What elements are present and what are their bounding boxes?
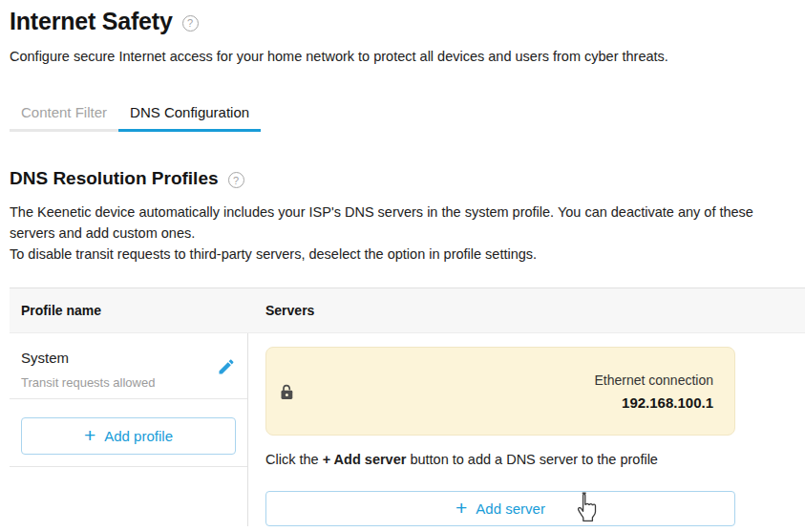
plus-icon: + [84,425,95,445]
server-connection-label: Ethernet connection [594,372,713,388]
tab-bar: Content Filter DNS Configuration [10,98,795,132]
pencil-icon [217,357,236,376]
section-header: DNS Resolution Profiles ? [10,168,795,189]
section-description: The Keenetic device automatically includ… [10,202,795,265]
profile-info: System Transit requests allowed [21,350,155,398]
hint-prefix: Click the [265,452,323,467]
server-info: Ethernet connection 192.168.100.1 [594,372,713,411]
section-help-icon[interactable]: ? [228,172,244,188]
page-subtitle: Configure secure Internet access for you… [10,49,795,64]
add-server-button[interactable]: + Add server [265,491,735,526]
profile-column: System Transit requests allowed + Add pr… [10,333,248,526]
tab-dns-configuration[interactable]: DNS Configuration [118,98,261,132]
column-header-servers: Servers [248,288,805,332]
plus-icon: + [455,498,467,518]
section-title: DNS Resolution Profiles [10,168,219,189]
table-body: System Transit requests allowed + Add pr… [10,333,805,526]
add-server-label: Add server [476,500,545,517]
section-description-line2: To disable transit requests to third-par… [10,244,795,265]
profile-row-system: System Transit requests allowed [10,333,247,399]
column-header-profile-name: Profile name [10,288,248,332]
section-description-line1: The Keenetic device automatically includ… [10,202,795,244]
lock-open-icon [280,383,294,400]
hint-bold: + Add server [323,452,407,467]
add-profile-button[interactable]: + Add profile [21,417,236,455]
help-icon[interactable]: ? [182,15,199,32]
hint-suffix: button to add a DNS server to the profil… [406,452,658,467]
add-profile-label: Add profile [104,428,173,444]
servers-column: Ethernet connection 192.168.100.1 Click … [248,333,805,526]
add-server-wrap: + Add server [265,491,735,526]
profile-name: System [21,350,155,366]
add-server-hint: Click the + Add server button to add a D… [265,452,735,467]
page-header: Internet Safety ? [10,0,795,35]
tab-content-filter[interactable]: Content Filter [10,98,118,132]
dns-server-card[interactable]: Ethernet connection 192.168.100.1 [265,347,735,436]
page-title: Internet Safety [10,8,173,35]
server-ip-address: 192.168.100.1 [594,394,713,411]
add-profile-cell: + Add profile [10,399,247,467]
profile-status: Transit requests allowed [21,375,155,390]
edit-profile-icon[interactable] [217,357,236,398]
dns-profiles-table: Profile name Servers System Transit requ… [10,287,805,526]
table-header-row: Profile name Servers [10,288,805,333]
